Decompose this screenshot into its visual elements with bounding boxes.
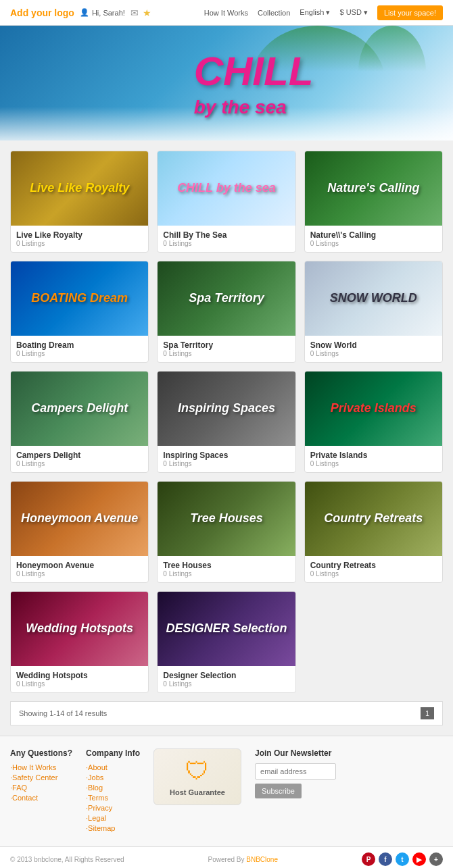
copyright-text: © 2013 bnbclone, All Rights Reserved (10, 856, 124, 863)
twitter-icon[interactable]: t (396, 852, 409, 866)
hero-banner: CHILL by the sea (0, 26, 453, 141)
messages-icon[interactable]: ✉ (130, 7, 139, 18)
other-social-icon[interactable]: + (429, 852, 443, 866)
card-info: Tree Houses 0 Listings (158, 556, 295, 582)
card-image: Nature's Calling (305, 151, 442, 226)
footer-link-how-it-works[interactable]: ·How It Works (10, 763, 72, 771)
card-image: DESIGNER Selection (158, 592, 295, 666)
card-listings: 0 Listings (163, 350, 289, 357)
card-image-text: DESIGNER Selection (158, 592, 295, 666)
user-info: 👤 Hi, Sarah! (80, 8, 125, 17)
footer-link-sitemap[interactable]: ·Sitemap (86, 824, 140, 832)
subscribe-button[interactable]: Subscribe (255, 784, 302, 798)
card-info: Country Retreats 0 Listings (305, 556, 442, 582)
footer-bottom: © 2013 bnbclone, All Rights Reserved Pow… (0, 846, 453, 868)
card-image: CHILL by the sea (158, 151, 295, 226)
card-listings: 0 Listings (163, 570, 289, 578)
footer-link-contact[interactable]: ·Contact (10, 794, 72, 802)
card-listings: 0 Listings (16, 570, 143, 578)
collection-card[interactable]: SNOW WORLD Snow World 0 Listings (304, 261, 443, 363)
card-image: Private Islands (305, 372, 442, 446)
page-button[interactable]: 1 (421, 707, 434, 719)
header-left: Add your logo 👤 Hi, Sarah! ✉ ★ (10, 7, 151, 18)
bnbclone-link[interactable]: BNBClone (246, 856, 278, 863)
newsletter-title: Join Our Newsletter (255, 748, 443, 758)
card-image-text: Live Like Royalty (11, 151, 148, 226)
card-info: Wedding Hotspots 0 Listings (11, 666, 148, 692)
newsletter-input[interactable] (255, 763, 336, 780)
user-icon: 👤 (80, 8, 89, 17)
language-selector[interactable]: English ▾ (300, 8, 330, 17)
card-listings: 0 Listings (310, 460, 437, 467)
collection-card[interactable]: DESIGNER Selection Designer Selection 0 … (157, 591, 295, 693)
collection-card[interactable]: BOATING Dream Boating Dream 0 Listings (10, 261, 149, 363)
footer-link-terms[interactable]: ·Terms (86, 794, 140, 802)
collection-card[interactable]: Wedding Hotspots Wedding Hotspots 0 List… (10, 591, 149, 693)
collection-card[interactable]: Campers Delight Campers Delight 0 Listin… (10, 371, 149, 473)
footer-link-privacy[interactable]: ·Privacy (86, 804, 140, 812)
footer-main: Any Questions? ·How It Works ·Safety Cen… (0, 736, 453, 846)
powered-by: Powered By BNBClone (208, 856, 278, 863)
card-info: Nature\\'s Calling 0 Listings (305, 226, 442, 252)
footer-link-faq[interactable]: ·FAQ (10, 784, 72, 792)
card-title: Snow World (310, 340, 437, 350)
card-title: Chill By The Sea (163, 230, 289, 240)
nav-how-it-works[interactable]: How It Works (204, 9, 248, 17)
card-listings: 0 Listings (16, 350, 143, 357)
collection-card[interactable]: Inspiring Spaces Inspiring Spaces 0 List… (157, 371, 295, 473)
youtube-icon[interactable]: ▶ (412, 852, 426, 866)
card-title: Nature\\'s Calling (310, 230, 437, 240)
card-title: Inspiring Spaces (163, 451, 289, 460)
footer-questions-title: Any Questions? (10, 748, 72, 758)
hero-sub-text: by the sea (191, 93, 290, 122)
list-space-button[interactable]: List your space! (377, 5, 443, 20)
guarantee-label: Host Guarantee (162, 788, 233, 796)
facebook-icon[interactable]: f (379, 852, 392, 866)
card-image-text: Nature's Calling (305, 151, 442, 226)
card-listings: 0 Listings (163, 680, 289, 688)
card-image: Tree Houses (158, 482, 295, 556)
footer-link-jobs[interactable]: ·Jobs (86, 773, 140, 782)
card-image-text: Private Islands (305, 372, 442, 446)
card-title: Country Retreats (310, 561, 437, 570)
card-image-text: Tree Houses (158, 482, 295, 556)
footer-link-about[interactable]: ·About (86, 763, 140, 771)
pinterest-icon[interactable]: P (362, 852, 375, 866)
card-title: Wedding Hotspots (16, 671, 143, 680)
collection-card[interactable]: Live Like Royalty Live Like Royalty 0 Li… (10, 151, 149, 253)
card-title: Campers Delight (16, 451, 143, 460)
card-image: Wedding Hotspots (11, 592, 148, 666)
header-icons: ✉ ★ (130, 7, 151, 18)
card-info: Snow World 0 Listings (305, 336, 442, 362)
guarantee-shield-icon: 🛡 (162, 757, 233, 786)
nav-collection[interactable]: Collection (258, 9, 290, 17)
card-image: Country Retreats (305, 482, 442, 556)
collection-card[interactable]: Nature's Calling Nature\\'s Calling 0 Li… (304, 151, 443, 253)
collection-card[interactable]: Tree Houses Tree Houses 0 Listings (157, 481, 295, 583)
footer-link-legal[interactable]: ·Legal (86, 814, 140, 822)
favorites-icon[interactable]: ★ (143, 7, 151, 18)
user-greeting: Hi, Sarah! (92, 9, 125, 17)
footer-link-blog[interactable]: ·Blog (86, 784, 140, 792)
card-title: Boating Dream (16, 340, 143, 350)
footer-questions: Any Questions? ·How It Works ·Safety Cen… (10, 748, 72, 834)
currency-selector[interactable]: $ USD ▾ (339, 8, 367, 17)
collection-card[interactable]: CHILL by the sea Chill By The Sea 0 List… (157, 151, 295, 253)
card-info: Campers Delight 0 Listings (11, 446, 148, 472)
results-bar: Showing 1-14 of 14 results 1 (10, 701, 443, 725)
collection-card[interactable]: Spa Territory Spa Territory 0 Listings (157, 261, 295, 363)
card-image-text: Campers Delight (11, 372, 148, 446)
collection-card[interactable]: Private Islands Private Islands 0 Listin… (304, 371, 443, 473)
card-title: Honeymoon Avenue (16, 561, 143, 570)
collection-card[interactable]: Honeymoon Avenue Honeymoon Avenue 0 List… (10, 481, 149, 583)
card-image-text: BOATING Dream (11, 261, 148, 336)
card-info: Boating Dream 0 Listings (11, 336, 148, 362)
card-info: Spa Territory 0 Listings (158, 336, 295, 362)
card-title: Live Like Royalty (16, 230, 143, 240)
footer-link-safety[interactable]: ·Safety Center (10, 773, 72, 782)
hero-main-text: CHILL (191, 44, 317, 99)
footer-company-title: Company Info (86, 748, 140, 758)
footer-company: Company Info ·About ·Jobs ·Blog ·Terms ·… (86, 748, 140, 834)
collection-card[interactable]: Country Retreats Country Retreats 0 List… (304, 481, 443, 583)
card-info: Private Islands 0 Listings (305, 446, 442, 472)
